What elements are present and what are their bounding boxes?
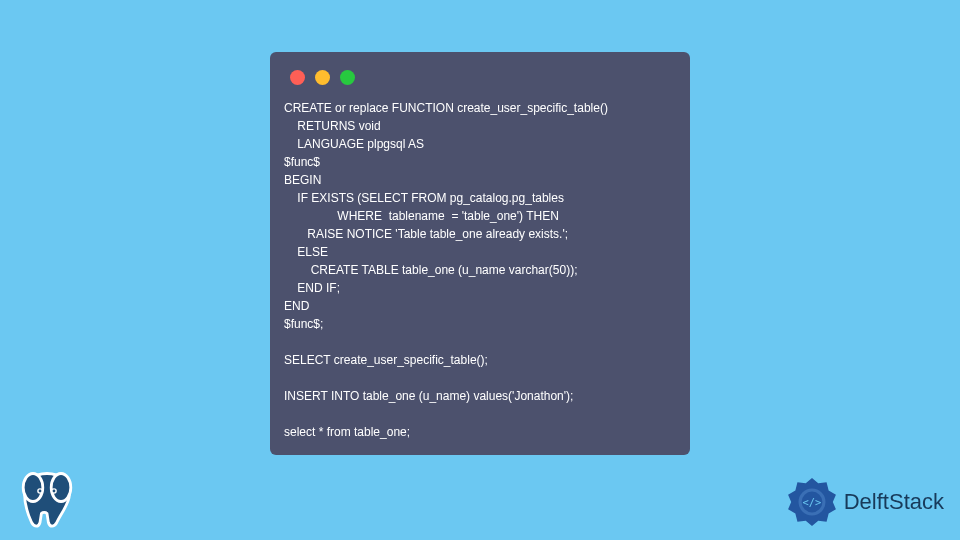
svg-point-0: [23, 474, 43, 502]
delftstack-badge-icon: </>: [786, 476, 838, 528]
svg-point-4: [39, 490, 42, 493]
code-block: CREATE or replace FUNCTION create_user_s…: [284, 99, 676, 441]
window-titlebar: [284, 70, 676, 85]
postgresql-logo-icon: [12, 462, 82, 534]
code-window: CREATE or replace FUNCTION create_user_s…: [270, 52, 690, 455]
minimize-icon: [315, 70, 330, 85]
maximize-icon: [340, 70, 355, 85]
svg-point-1: [51, 474, 71, 502]
svg-point-5: [53, 490, 56, 493]
svg-text:</>: </>: [802, 496, 821, 508]
delftstack-logo: </> DelftStack: [786, 476, 944, 528]
brand-name: DelftStack: [844, 489, 944, 515]
close-icon: [290, 70, 305, 85]
